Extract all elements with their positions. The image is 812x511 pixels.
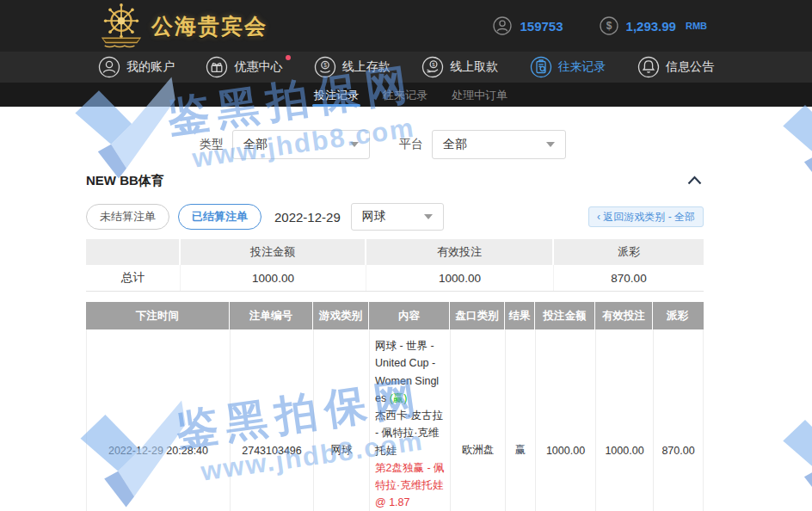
bets-table: 下注时间 注单编号 游戏类别 内容 盘口类别 结果 投注金额 有效投注 派彩 2… bbox=[86, 302, 704, 511]
chevron-up-icon bbox=[687, 175, 702, 185]
user-icon bbox=[98, 56, 120, 78]
ship-wheel-logo-icon bbox=[95, 3, 148, 49]
nav-item-my-account[interactable]: 我的账户 bbox=[98, 56, 175, 78]
col-payout: 派彩 bbox=[653, 302, 702, 329]
cell-bet-id: 2743103496 bbox=[231, 329, 314, 511]
currency-label: RMB bbox=[686, 21, 707, 31]
content-win-tag: (赢) bbox=[390, 392, 408, 404]
balance-value: 1,293.99 bbox=[626, 19, 676, 34]
bets-table-header: 下注时间 注单编号 游戏类别 内容 盘口类别 结果 投注金额 有效投注 派彩 bbox=[86, 302, 704, 329]
summary-table-header: 投注金额 有效投注 派彩 bbox=[86, 239, 704, 265]
sub-navbar: 投注记录 往来记录 处理中订单 bbox=[0, 83, 812, 107]
chevron-down-icon bbox=[350, 142, 359, 147]
summary-table: 投注金额 有效投注 派彩 总计 1000.00 1000.00 870.00 bbox=[86, 239, 704, 292]
sport-select[interactable]: 网球 bbox=[351, 203, 444, 231]
user-circle-icon bbox=[493, 16, 512, 35]
content-selection-line: 第2盘独赢 - 佩特拉·克维托娃 @ 1.87 bbox=[375, 459, 445, 511]
summary-header-valid-bet: 有效投注 bbox=[366, 239, 554, 265]
type-select-value: 全部 bbox=[243, 137, 268, 152]
section-header: NEW BB体育 bbox=[86, 171, 704, 190]
logo-text: 公海贵宾会 bbox=[151, 12, 268, 40]
summary-total-label: 总计 bbox=[86, 265, 181, 291]
balance-display[interactable]: $ 1,293.99 RMB bbox=[600, 16, 707, 35]
nav-label: 线上取款 bbox=[450, 59, 498, 75]
col-result: 结果 bbox=[505, 302, 535, 329]
subnav-tab-bet-records[interactable]: 投注记录 bbox=[314, 83, 359, 107]
nav-item-promotions[interactable]: 优惠中心 bbox=[206, 56, 282, 78]
cell-market-type: 欧洲盘 bbox=[451, 329, 506, 511]
settled-bets-button[interactable]: 已结算注单 bbox=[178, 204, 261, 230]
section-title: NEW BB体育 bbox=[86, 173, 164, 189]
cell-bet-time: 2022-12-29 20:28:40 bbox=[87, 329, 231, 511]
nav-label: 优惠中心 bbox=[234, 59, 282, 75]
dollar-circle-icon: $ bbox=[600, 16, 618, 35]
unsettled-bets-button[interactable]: 未结算注单 bbox=[86, 204, 169, 230]
summary-payout-value: 870.00 bbox=[554, 265, 704, 291]
nav-item-announcements[interactable]: 信息公告 bbox=[637, 56, 714, 78]
platform-select-value: 全部 bbox=[443, 137, 467, 152]
gift-icon bbox=[206, 56, 228, 78]
summary-header-payout: 派彩 bbox=[554, 239, 704, 265]
content-match-line: 网球 - 世界 - United Cup - Women Singles (赢) bbox=[375, 337, 445, 407]
col-game-type: 游戏类别 bbox=[313, 302, 369, 329]
cell-result: 赢 bbox=[506, 329, 536, 511]
top-header: 公海贵宾会 159753 $ 1,293.99 RMB bbox=[0, 0, 812, 52]
type-select[interactable]: 全部 bbox=[232, 130, 370, 159]
col-market-type: 盘口类别 bbox=[450, 302, 505, 329]
user-id-display[interactable]: 159753 bbox=[493, 16, 563, 35]
platform-filter-label: 平台 bbox=[399, 137, 423, 152]
col-valid-bet: 有效投注 bbox=[595, 302, 653, 329]
subnav-tab-pending-orders[interactable]: 处理中订单 bbox=[452, 83, 508, 107]
nav-label: 线上存款 bbox=[342, 59, 391, 75]
summary-header-bet-amount: 投注金额 bbox=[181, 239, 366, 265]
summary-header-empty bbox=[86, 239, 181, 265]
nav-item-deposit[interactable]: $ 线上存款 bbox=[314, 56, 391, 78]
notification-dot bbox=[286, 55, 291, 60]
col-bet-time: 下注时间 bbox=[86, 302, 230, 329]
cell-content: 网球 - 世界 - United Cup - Women Singles (赢)… bbox=[370, 329, 451, 511]
main-navbar: 我的账户 优惠中心 $ 线上存款 $ 线上取款 bbox=[0, 52, 812, 83]
account-info: 159753 $ 1,293.99 RMB bbox=[493, 16, 707, 35]
table-row: 2022-12-29 20:28:40 2743103496 网球 网球 - 世… bbox=[86, 329, 704, 511]
user-id-value: 159753 bbox=[520, 19, 563, 34]
col-bet-id: 注单编号 bbox=[230, 302, 313, 329]
cell-game-type: 网球 bbox=[314, 329, 370, 511]
sport-select-value: 网球 bbox=[362, 209, 386, 225]
cell-bet-amount: 1000.00 bbox=[536, 329, 596, 511]
summary-bet-amount-value: 1000.00 bbox=[181, 265, 366, 291]
jhdb8-watermark-shield-icon bbox=[774, 404, 812, 502]
nav-label: 往来记录 bbox=[558, 59, 606, 75]
summary-total-row: 总计 1000.00 1000.00 870.00 bbox=[86, 265, 704, 292]
content-players-line: 杰西卡·皮古拉 - 佩特拉·克维托娃 bbox=[375, 407, 445, 459]
back-to-game-category-button[interactable]: ‹ 返回游戏类别 - 全部 bbox=[588, 206, 704, 227]
platform-select[interactable]: 全部 bbox=[432, 130, 566, 159]
cell-payout: 870.00 bbox=[654, 329, 703, 511]
cell-valid-bet: 1000.00 bbox=[596, 329, 654, 511]
svg-text:$: $ bbox=[323, 62, 327, 68]
filter-row: 类型 全部 平台 全部 bbox=[200, 130, 812, 159]
withdraw-icon: $ bbox=[421, 56, 444, 78]
deposit-icon: $ bbox=[314, 56, 336, 78]
chevron-down-icon bbox=[424, 214, 433, 219]
type-filter-label: 类型 bbox=[200, 137, 224, 152]
site-logo[interactable]: 公海贵宾会 bbox=[95, 3, 268, 49]
collapse-section-button[interactable] bbox=[686, 171, 704, 190]
bet-controls-row: 未结算注单 已结算注单 2022-12-29 网球 ‹ 返回游戏类别 - 全部 bbox=[86, 203, 704, 231]
chevron-down-icon bbox=[546, 142, 555, 147]
subnav-tab-transaction-records[interactable]: 往来记录 bbox=[383, 83, 428, 107]
bell-icon bbox=[637, 56, 660, 78]
records-icon bbox=[530, 56, 552, 78]
summary-valid-bet-value: 1000.00 bbox=[366, 265, 554, 291]
svg-text:$: $ bbox=[433, 62, 436, 67]
col-bet-amount: 投注金额 bbox=[535, 302, 595, 329]
nav-label: 我的账户 bbox=[126, 59, 175, 75]
svg-text:$: $ bbox=[606, 20, 612, 32]
nav-label: 信息公告 bbox=[666, 59, 714, 75]
date-value[interactable]: 2022-12-29 bbox=[274, 210, 341, 225]
col-content: 内容 bbox=[369, 302, 450, 329]
nav-item-withdraw[interactable]: $ 线上取款 bbox=[421, 56, 498, 78]
nav-item-transaction-records[interactable]: 往来记录 bbox=[530, 56, 606, 78]
